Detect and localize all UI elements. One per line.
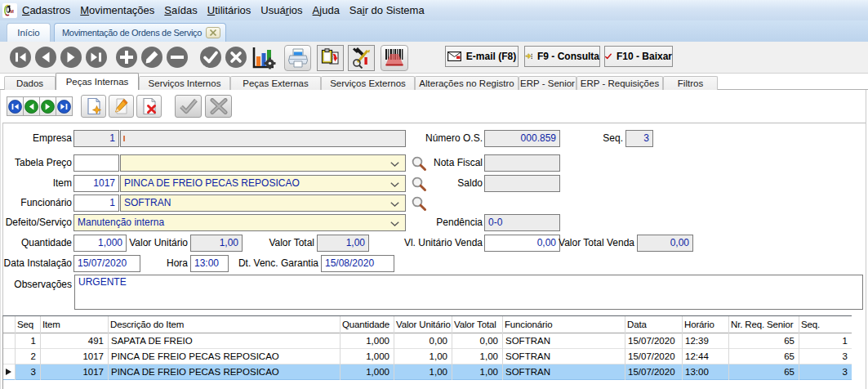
col-header-data[interactable]: Data [625, 316, 682, 333]
tab-alteracoes-no-registro[interactable]: Alterações no Registro [415, 76, 519, 90]
tab-movimentacao-ordens-servico[interactable]: Movimentação de Ordens de Serviço [54, 23, 226, 42]
menu-movimentacoes[interactable]: Movimentações [75, 4, 159, 16]
cell-valor-total[interactable]: 1,00 [452, 349, 502, 364]
seq-field[interactable]: 3 [625, 130, 653, 147]
tab-erp-requisicoes[interactable]: ERP - Requisições [576, 76, 663, 90]
cell-descricao[interactable]: SAPATA DE FREIO [108, 333, 340, 348]
menu-ajuda[interactable]: Ajuda [308, 4, 345, 16]
chevron-down-icon[interactable] [390, 162, 399, 167]
cell-quantidade[interactable]: 1,000 [340, 333, 394, 348]
col-header-funcionario[interactable]: Funcionário [502, 316, 625, 333]
cell-valor-unitario[interactable]: 0,00 [394, 333, 452, 348]
tab-pecas-internas[interactable]: Peças Internas [56, 73, 139, 90]
delete-item-icon[interactable] [136, 95, 162, 118]
cell-horario[interactable]: 13:00 [682, 364, 728, 379]
menu-usuarios[interactable]: Usuários [256, 4, 307, 16]
col-header-descricao[interactable]: Descrição do Item [108, 316, 340, 333]
email-button[interactable]: E-mail (F8) [445, 46, 519, 67]
col-header-item[interactable]: Item [40, 316, 108, 333]
grid-row-2[interactable]: 2 1017 PINCA DE FREIO PECAS REPOSICAO 1,… [3, 349, 852, 364]
cell-seq2[interactable]: 3 [799, 349, 852, 364]
chevron-down-icon[interactable] [390, 182, 399, 187]
tab-servicos-internos[interactable]: Serviços Internos [139, 76, 230, 90]
item-combo[interactable]: PINCA DE FREIO PECAS REPOSICAO [120, 175, 406, 192]
chevron-down-icon[interactable] [390, 202, 399, 207]
funcionario-search-icon[interactable] [411, 195, 427, 212]
chevron-down-icon[interactable] [390, 221, 399, 226]
cell-valor-total[interactable]: 1,00 [452, 364, 502, 379]
col-header-seq[interactable]: Seq [15, 316, 40, 333]
cell-item[interactable]: 491 [40, 333, 108, 348]
prior-record-icon[interactable] [34, 46, 57, 69]
cell-descricao[interactable]: PINCA DE FREIO PECAS REPOSICAO [108, 364, 340, 379]
cell-nr-req-senior[interactable]: 65 [728, 364, 799, 379]
tabela-preco-combo[interactable] [120, 154, 406, 172]
baixar-button[interactable]: F10 - Baixar [604, 46, 673, 67]
vl-unitario-venda-field[interactable]: 0,00 [484, 235, 560, 252]
cell-valor-total[interactable]: 0,00 [452, 333, 502, 348]
cell-data[interactable]: 15/07/2020 [625, 349, 682, 364]
col-header-valor-total[interactable]: Valor Total [452, 316, 502, 333]
last-icon[interactable] [56, 96, 73, 116]
empresa-code-field[interactable]: 1 [73, 130, 119, 147]
grid-row-1[interactable]: 1 491 SAPATA DE FREIO 1,000 0,00 0,00 SO… [3, 333, 852, 349]
consulta-button[interactable]: F9 - Consulta [524, 46, 600, 67]
edit-item-icon[interactable] [109, 95, 134, 118]
tab-erp-senior[interactable]: ERP - Senior [519, 76, 576, 90]
cancel-record-icon[interactable] [225, 46, 247, 69]
cell-horario[interactable]: 12:39 [682, 333, 728, 348]
cell-seq[interactable]: 2 [15, 349, 40, 364]
tab-filtros[interactable]: Filtros [663, 76, 718, 90]
saldo-field[interactable] [484, 175, 560, 192]
cell-seq2[interactable]: 1 [799, 333, 852, 348]
cell-descricao[interactable]: PINCA DE FREIO PECAS REPOSICAO [108, 349, 340, 364]
insert-record-icon[interactable] [115, 46, 138, 69]
barcode-icon[interactable] [381, 45, 408, 71]
cell-valor-unitario[interactable]: 1,00 [394, 364, 452, 379]
cell-seq[interactable]: 3 [15, 364, 40, 379]
cancel-icon[interactable] [205, 95, 232, 118]
cell-funcionario[interactable]: SOFTRAN [502, 364, 625, 379]
next-icon[interactable] [39, 96, 56, 116]
valor-unitario-field[interactable]: 1,00 [190, 235, 243, 252]
nota-fiscal-field[interactable] [484, 154, 560, 172]
cell-seq2[interactable]: 3 [799, 364, 852, 379]
tools-icon[interactable] [348, 45, 375, 71]
new-item-icon[interactable] [81, 95, 106, 118]
cell-funcionario[interactable]: SOFTRAN [502, 349, 625, 364]
quantidade-field[interactable]: 1,000 [73, 235, 127, 252]
cell-seq[interactable]: 1 [15, 333, 40, 348]
close-tab-icon[interactable] [206, 27, 220, 38]
menu-saidas[interactable]: Saídas [159, 4, 202, 16]
last-record-icon[interactable] [85, 46, 108, 69]
cell-data[interactable]: 15/07/2020 [625, 364, 682, 379]
cell-item[interactable]: 1017 [40, 364, 108, 379]
funcionario-combo[interactable]: SOFTRAN [120, 194, 406, 212]
item-code-field[interactable]: 1017 [73, 175, 119, 192]
cell-valor-unitario[interactable]: 1,00 [394, 349, 452, 364]
tab-dados[interactable]: Dados [4, 76, 56, 90]
menu-cadastros[interactable]: Cadastros [17, 4, 75, 16]
cell-data[interactable]: 15/07/2020 [625, 333, 682, 348]
observacoes-field[interactable]: URGENTE [74, 275, 863, 310]
next-record-icon[interactable] [60, 46, 82, 69]
cell-item[interactable]: 1017 [40, 349, 108, 364]
cell-nr-req-senior[interactable]: 65 [728, 333, 799, 348]
tab-servicos-externos[interactable]: Serviços Externos [321, 76, 415, 90]
print-icon[interactable] [284, 45, 311, 71]
col-header-seq2[interactable]: Seq. [799, 316, 852, 333]
dt-venc-garantia-field[interactable]: 15/08/2020 [321, 255, 394, 272]
tabela-preco-code-field[interactable] [73, 154, 119, 172]
first-record-icon[interactable] [9, 46, 32, 69]
export-report-icon[interactable] [317, 45, 344, 71]
col-header-valor-unitario[interactable]: Valor Unitário [394, 316, 452, 333]
first-icon[interactable] [7, 96, 24, 116]
edit-record-icon[interactable] [140, 46, 163, 69]
col-header-horario[interactable]: Horário [682, 316, 728, 333]
empresa-name-field[interactable] [120, 130, 406, 147]
cell-nr-req-senior[interactable]: 65 [728, 349, 799, 364]
tab-inicio[interactable]: Início [7, 23, 51, 42]
tab-pecas-externas[interactable]: Peças Externas [230, 76, 321, 90]
chart-icon[interactable] [251, 46, 277, 70]
defeito-servico-combo[interactable]: Manutenção interna [73, 214, 406, 231]
